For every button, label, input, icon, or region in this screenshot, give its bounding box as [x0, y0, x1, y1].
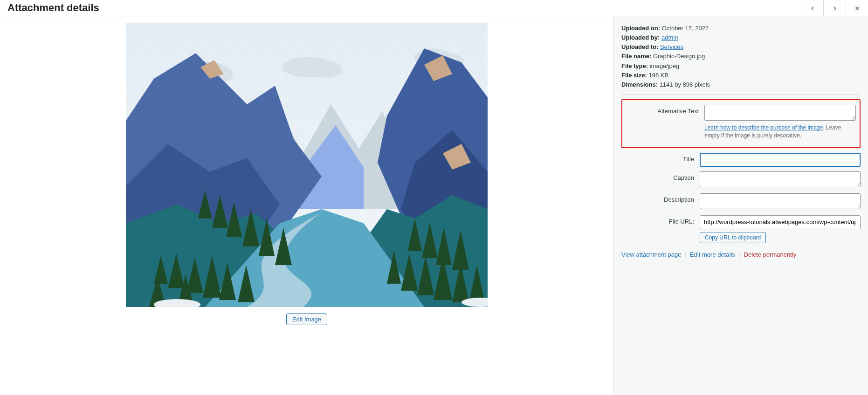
next-button[interactable]	[823, 0, 846, 16]
fileurl-input[interactable]	[700, 215, 861, 229]
uploaded-by-label: Uploaded by:	[621, 34, 660, 41]
details-sidebar: Uploaded on: October 17, 2022 Uploaded b…	[613, 16, 868, 395]
uploaded-by-link[interactable]: admin	[661, 34, 678, 41]
description-input[interactable]	[700, 193, 861, 209]
uploaded-to-label: Uploaded to:	[621, 43, 658, 50]
dimensions-value: 1141 by 898 pixels	[660, 81, 710, 88]
modal-title: Attachment details	[7, 2, 99, 14]
separator: |	[685, 251, 686, 258]
header-nav	[801, 0, 868, 16]
alt-text-learn-link[interactable]: Learn how to describe the purpose of the…	[704, 124, 823, 131]
attachment-meta: Uploaded on: October 17, 2022 Uploaded b…	[621, 24, 861, 89]
view-attachment-link[interactable]: View attachment page	[621, 251, 681, 258]
attachment-actions: View attachment page | Edit more details…	[621, 251, 861, 258]
filename-label: File name:	[621, 53, 651, 60]
filesize-label: File size:	[621, 72, 647, 79]
divider	[621, 248, 861, 248]
filetype-value: image/jpeg	[650, 62, 680, 69]
attachment-image	[126, 23, 488, 307]
copy-url-button[interactable]: Copy URL to clipboard	[700, 232, 766, 243]
alt-text-input[interactable]	[704, 105, 856, 121]
svg-point-5	[310, 61, 343, 78]
separator: |	[739, 251, 740, 258]
filetype-label: File type:	[621, 62, 648, 69]
uploaded-to-link[interactable]: Services	[660, 43, 683, 50]
title-input[interactable]	[700, 153, 861, 167]
edit-details-link[interactable]: Edit more details	[690, 251, 735, 258]
close-button[interactable]	[846, 0, 868, 16]
filesize-value: 196 KB	[649, 72, 669, 79]
divider	[621, 94, 861, 95]
dimensions-label: Dimensions:	[621, 81, 658, 88]
caption-label: Caption	[621, 171, 700, 189]
prev-button[interactable]	[801, 0, 823, 16]
uploaded-on-value: October 17, 2022	[662, 25, 709, 32]
fileurl-label: File URL:	[621, 215, 700, 243]
title-label: Title	[621, 153, 700, 167]
alt-text-hint: Learn how to describe the purpose of the…	[704, 124, 856, 140]
edit-image-button[interactable]: Edit Image	[286, 313, 327, 325]
description-label: Description	[621, 193, 700, 211]
uploaded-on-label: Uploaded on:	[621, 25, 660, 32]
modal-header: Attachment details	[0, 0, 868, 16]
alt-text-label: Alternative Text	[626, 105, 704, 140]
filename-value: Graphic-Design.jpg	[653, 53, 705, 60]
caption-input[interactable]	[700, 171, 861, 187]
delete-permanently-link[interactable]: Delete permanently	[744, 251, 797, 258]
alt-text-highlight: Alternative Text Learn how to describe t…	[621, 99, 861, 148]
image-preview-area: Edit Image	[0, 16, 613, 395]
